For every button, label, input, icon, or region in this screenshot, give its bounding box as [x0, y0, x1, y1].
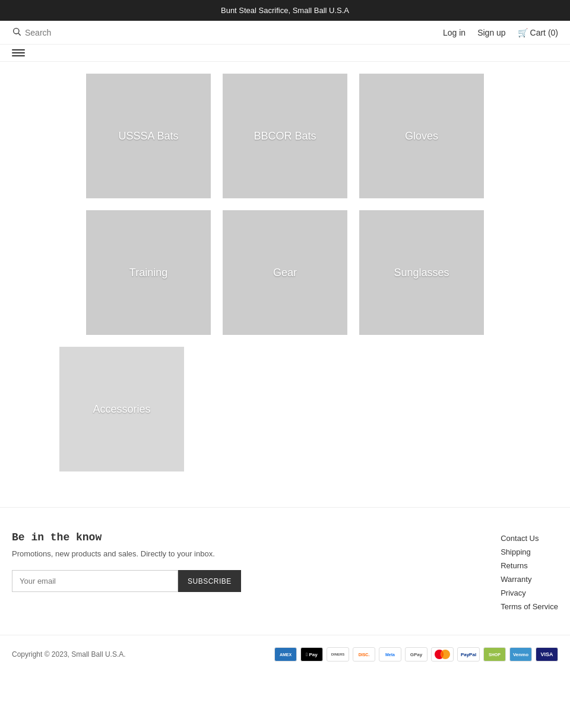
collection-label: USSSA Bats: [118, 130, 178, 143]
footer-link-contact[interactable]: Contact Us: [501, 534, 558, 543]
search-icon: [12, 27, 21, 38]
login-link[interactable]: Log in: [443, 28, 466, 37]
newsletter-form: SUBSCRIBE: [12, 570, 453, 592]
venmo-icon: Venmo: [509, 647, 532, 661]
shop-pay-icon: SHOP: [483, 647, 506, 661]
signup-link[interactable]: Sign up: [477, 28, 505, 37]
google-pay-icon: GPay: [405, 647, 428, 661]
collection-gear[interactable]: Gear: [223, 210, 347, 335]
collections-grid: USSSA Bats BBCOR Bats Gloves Training Ge…: [0, 62, 570, 495]
mastercard-icon: [431, 647, 454, 661]
apple-pay-icon:  Pay: [300, 647, 323, 661]
footer-newsletter-section: Be in the know Promotions, new products …: [0, 507, 570, 623]
top-banner: Bunt Steal Sacrifice, Small Ball U.S.A: [0, 0, 570, 21]
header: Log in Sign up 🛒 Cart (0): [0, 21, 570, 45]
collection-gloves[interactable]: Gloves: [359, 74, 484, 198]
footer-link-terms[interactable]: Terms of Service: [501, 602, 558, 611]
newsletter-email-input[interactable]: [12, 570, 178, 592]
collection-label: Sunglasses: [394, 267, 449, 279]
search-area[interactable]: [12, 27, 96, 38]
amex-icon: AMEX: [274, 647, 297, 661]
collection-accessories[interactable]: Accessories: [59, 347, 184, 471]
cart-label: Cart (0): [530, 28, 558, 37]
search-input[interactable]: [25, 28, 96, 37]
collection-label: Training: [129, 267, 167, 279]
collection-label: Gloves: [405, 130, 438, 143]
newsletter-left: Be in the know Promotions, new products …: [12, 531, 453, 611]
menu-bar: [0, 45, 570, 62]
collection-usssa-bats[interactable]: USSSA Bats: [86, 74, 211, 198]
menu-line-2: [12, 52, 25, 53]
discover-icon: DISC.: [353, 647, 375, 661]
banner-text: Bunt Steal Sacrifice, Small Ball U.S.A: [221, 6, 349, 15]
footer-link-privacy[interactable]: Privacy: [501, 588, 558, 597]
menu-line-3: [12, 55, 25, 56]
collection-label: Gear: [273, 267, 297, 279]
collection-sunglasses[interactable]: Sunglasses: [359, 210, 484, 335]
collection-label: BBCOR Bats: [254, 130, 316, 143]
svg-point-0: [14, 29, 19, 34]
diners-icon: DINERS: [327, 647, 349, 661]
payment-icons: AMEX  Pay DINERS DISC. Meta GPay PayPal…: [274, 647, 558, 661]
menu-line-1: [12, 49, 25, 50]
collection-training[interactable]: Training: [86, 210, 211, 335]
collection-label: Accessories: [93, 403, 150, 416]
footer-link-warranty[interactable]: Warranty: [501, 575, 558, 584]
paypal-icon: PayPal: [457, 647, 480, 661]
cart-icon: 🛒: [518, 28, 528, 37]
collection-bbcor-bats[interactable]: BBCOR Bats: [223, 74, 347, 198]
newsletter-title: Be in the know: [12, 531, 453, 543]
cart-link[interactable]: 🛒 Cart (0): [518, 28, 558, 37]
header-right: Log in Sign up 🛒 Cart (0): [443, 28, 558, 37]
menu-toggle-button[interactable]: [12, 49, 25, 56]
copyright-text: Copyright © 2023, Small Ball U.S.A.: [12, 650, 126, 659]
newsletter-subscribe-button[interactable]: SUBSCRIBE: [178, 570, 241, 592]
svg-line-1: [18, 33, 21, 36]
collections-row-2: Training Gear Sunglasses: [59, 210, 511, 335]
footer-bottom: Copyright © 2023, Small Ball U.S.A. AMEX…: [0, 635, 570, 673]
collections-row-3: Accessories: [59, 347, 511, 471]
footer-links: Contact Us Shipping Returns Warranty Pri…: [501, 531, 558, 611]
footer-link-returns[interactable]: Returns: [501, 561, 558, 570]
collections-row-1: USSSA Bats BBCOR Bats Gloves: [59, 74, 511, 198]
footer-link-shipping[interactable]: Shipping: [501, 547, 558, 556]
newsletter-description: Promotions, new products and sales. Dire…: [12, 549, 453, 558]
visa-icon: VISA: [536, 647, 558, 661]
meta-pay-icon: Meta: [379, 647, 401, 661]
